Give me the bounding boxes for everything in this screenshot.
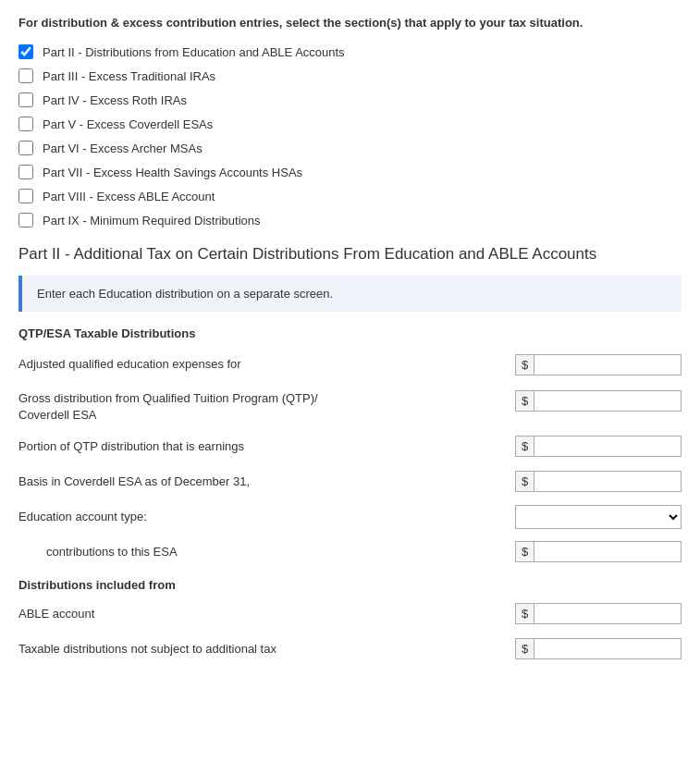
checkbox-label-8[interactable]: Part IX - Minimum Required Distributions <box>43 214 261 228</box>
dist-label-1: ABLE account <box>18 606 515 622</box>
dollar-field-2[interactable] <box>534 391 681 411</box>
form-row-5: Education account type:Coverdell ESAQTPA… <box>18 504 682 530</box>
dollar-field-6[interactable] <box>534 542 681 561</box>
info-box: Enter each Education distribution on a s… <box>18 276 682 312</box>
dollar-input-3: $ <box>515 436 682 457</box>
form-label-4: Basis in Coverdell ESA as of December 31… <box>18 474 515 490</box>
form-input-wrap-3: $ <box>515 436 682 457</box>
dist-dollar-field-2[interactable] <box>534 639 681 658</box>
form-row-3: Portion of QTP distribution that is earn… <box>18 434 682 460</box>
checkbox-6[interactable] <box>18 165 33 179</box>
dollar-field-1[interactable] <box>534 355 681 375</box>
checkbox-item-4: Part V - Excess Coverdell ESAs <box>18 117 682 131</box>
checkbox-label-6[interactable]: Part VII - Excess Health Savings Account… <box>43 166 302 179</box>
dist-dollar-field-1[interactable] <box>534 604 681 623</box>
checkbox-item-8: Part IX - Minimum Required Distributions <box>18 213 682 228</box>
checkbox-item-5: Part VI - Excess Archer MSAs <box>18 141 682 155</box>
checkbox-label-2[interactable]: Part III - Excess Traditional IRAs <box>43 69 215 83</box>
dollar-sign-6: $ <box>516 542 534 561</box>
dist-dollar-sign-2: $ <box>516 639 534 658</box>
form-label-3: Portion of QTP distribution that is earn… <box>18 438 515 455</box>
checkbox-1[interactable] <box>18 44 33 59</box>
dist-dollar-wrap-2: $ <box>515 638 682 659</box>
form-row-2: Gross distribution from Qualified Tuitio… <box>18 387 682 424</box>
checkbox-label-1[interactable]: Part II - Distributions from Education a… <box>43 45 345 59</box>
intro-text: For distribution & excess contribution e… <box>18 15 682 31</box>
checkbox-item-2: Part III - Excess Traditional IRAs <box>18 68 682 83</box>
dollar-input-1: $ <box>515 354 682 375</box>
form-row-6: contributions to this ESA$ <box>18 539 682 565</box>
form-label-1: Adjusted qualified education expenses fo… <box>18 356 515 373</box>
section-heading: Part II - Additional Tax on Certain Dist… <box>18 244 682 264</box>
checkbox-label-4[interactable]: Part V - Excess Coverdell ESAs <box>43 117 213 131</box>
checkbox-8[interactable] <box>18 213 33 228</box>
distribution-fields: ABLE account$Taxable distributions not s… <box>18 601 682 662</box>
dollar-sign-1: $ <box>516 355 534 375</box>
dollar-field-3[interactable] <box>534 437 681 456</box>
dist-input-wrap-1: $ <box>515 603 682 624</box>
form-row-1: Adjusted qualified education expenses fo… <box>18 351 682 377</box>
dist-row-2: Taxable distributions not subject to add… <box>18 636 682 662</box>
checkbox-2[interactable] <box>18 68 33 83</box>
dist-input-wrap-2: $ <box>515 638 682 659</box>
checkbox-item-6: Part VII - Excess Health Savings Account… <box>18 165 682 179</box>
form-row-4: Basis in Coverdell ESA as of December 31… <box>18 469 682 495</box>
form-input-wrap-1: $ <box>515 354 682 375</box>
dollar-sign-3: $ <box>516 437 534 456</box>
form-fields: Adjusted qualified education expenses fo… <box>18 351 682 564</box>
dist-dollar-sign-1: $ <box>516 604 534 623</box>
form-label-5: Education account type: <box>18 509 515 525</box>
form-label-2: Gross distribution from Qualified Tuitio… <box>18 390 515 424</box>
dollar-field-4[interactable] <box>534 472 681 491</box>
subsection-heading: QTP/ESA Taxable Distributions <box>18 326 682 340</box>
form-input-wrap-4: $ <box>515 471 682 492</box>
checkbox-item-1: Part II - Distributions from Education a… <box>18 44 682 59</box>
dollar-input-2: $ <box>515 390 682 412</box>
checkbox-7[interactable] <box>18 189 33 203</box>
checkbox-label-7[interactable]: Part VIII - Excess ABLE Account <box>43 190 215 203</box>
checkbox-item-7: Part VIII - Excess ABLE Account <box>18 189 682 203</box>
education-account-type-select[interactable]: Coverdell ESAQTPABLE <box>515 505 682 529</box>
form-input-wrap-6: $ <box>515 541 682 562</box>
checkbox-3[interactable] <box>18 92 33 107</box>
checkbox-item-3: Part IV - Excess Roth IRAs <box>18 92 682 107</box>
dollar-sign-4: $ <box>516 472 534 491</box>
dollar-input-6: $ <box>515 541 682 562</box>
checkbox-list: Part II - Distributions from Education a… <box>18 44 682 228</box>
dist-label-2: Taxable distributions not subject to add… <box>18 641 515 658</box>
dist-row-1: ABLE account$ <box>18 601 682 627</box>
form-input-wrap-2: $ <box>515 390 682 412</box>
form-label-6: contributions to this ESA <box>18 544 515 560</box>
checkbox-label-5[interactable]: Part VI - Excess Archer MSAs <box>43 141 203 155</box>
form-input-wrap-5: Coverdell ESAQTPABLE <box>515 505 682 529</box>
checkbox-label-3[interactable]: Part IV - Excess Roth IRAs <box>43 93 187 107</box>
checkbox-5[interactable] <box>18 141 33 155</box>
checkbox-4[interactable] <box>18 117 33 131</box>
dollar-sign-2: $ <box>516 391 534 411</box>
distributions-heading: Distributions included from <box>18 578 682 592</box>
dollar-input-4: $ <box>515 471 682 492</box>
dist-dollar-wrap-1: $ <box>515 603 682 624</box>
